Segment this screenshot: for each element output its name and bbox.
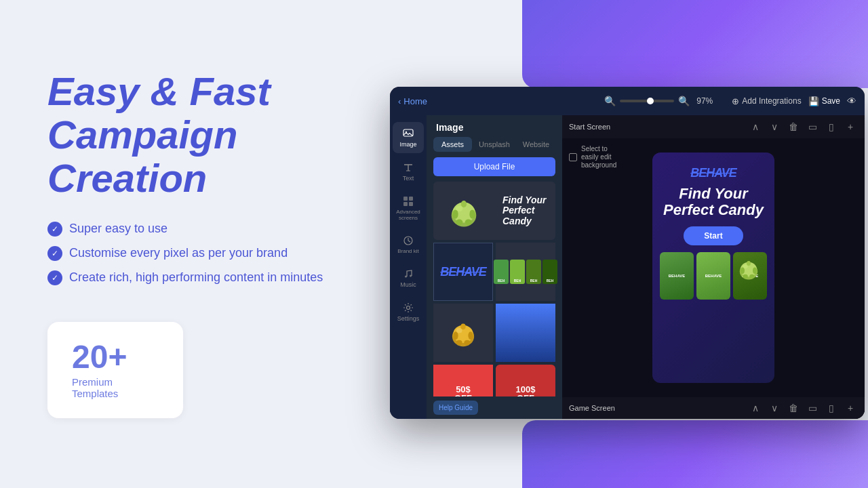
select-bg-checkbox[interactable] xyxy=(569,153,577,161)
asset-item-packages[interactable]: BEH BEH BEH BEH xyxy=(496,243,555,301)
eye-icon: 👁 xyxy=(847,96,856,106)
save-button[interactable]: 💾 Save xyxy=(808,96,840,106)
gummy-decoration xyxy=(736,254,761,285)
zoom-slider[interactable] xyxy=(620,100,674,102)
product-img-2: BEHAVE xyxy=(696,252,730,300)
left-panel: Easy & Fast Campaign Creation ✓ Super ea… xyxy=(47,0,400,488)
music-label: Music xyxy=(400,281,416,288)
templates-number: 20+ xyxy=(72,341,159,373)
svg-rect-4 xyxy=(403,202,408,206)
add-integrations-button[interactable]: ⊕ Add Integrations xyxy=(732,96,801,106)
game-screen-toolbar: Game Screen ∧ ∨ 🗑 ▭ ▯ + xyxy=(562,397,865,419)
zoom-thumb xyxy=(647,98,654,104)
svg-point-15 xyxy=(469,209,475,218)
game-desktop-icon[interactable]: ▭ xyxy=(805,401,820,415)
game-trash-icon[interactable]: 🗑 xyxy=(786,401,801,415)
zoom-value: 97% xyxy=(696,96,713,106)
svg-point-7 xyxy=(405,276,407,278)
advanced-label: Advanced screens xyxy=(396,209,420,221)
sidebar-icons: Image Text Advanced screens Brand kit xyxy=(390,115,427,419)
phone-start-button[interactable]: Start xyxy=(684,226,743,245)
hero-title: Easy & Fast Campaign Creation xyxy=(47,70,400,199)
check-icon-2: ✓ xyxy=(47,246,62,261)
check-icon-3: ✓ xyxy=(47,270,62,285)
trash-icon[interactable]: 🗑 xyxy=(786,119,801,134)
bg-bottom-right-decoration xyxy=(522,420,868,488)
help-guide-button[interactable]: Help Guide xyxy=(433,401,478,415)
svg-point-30 xyxy=(741,268,745,274)
settings-icon xyxy=(402,302,414,314)
text-icon xyxy=(402,161,414,174)
asset-item-promo-50[interactable]: 50$OFF xyxy=(433,365,493,396)
bg-top-right-decoration xyxy=(522,0,868,88)
phone-tagline: Find Your Perfect Candy xyxy=(652,186,774,218)
desktop-icon[interactable]: ▭ xyxy=(805,119,820,134)
asset-item-candy-text[interactable]: Find YourPerfect Candy xyxy=(433,182,555,240)
feature-item-1: ✓ Super easy to use xyxy=(47,222,400,237)
game-add-icon[interactable]: + xyxy=(843,401,858,415)
add-screen-icon[interactable]: + xyxy=(843,119,858,134)
game-chevron-up-icon[interactable]: ∧ xyxy=(748,401,763,415)
back-button[interactable]: ‹ Home xyxy=(398,96,427,106)
tab-assets[interactable]: Assets xyxy=(433,137,472,152)
zoom-in-icon[interactable]: 🔍 xyxy=(678,96,690,106)
back-label: Home xyxy=(403,96,427,106)
settings-label: Settings xyxy=(397,315,420,322)
sidebar-item-text[interactable]: Text xyxy=(393,156,424,187)
candy-text-overlay: Find YourPerfect Candy xyxy=(498,192,551,229)
tab-website[interactable]: Website xyxy=(517,137,555,152)
sidebar-item-music[interactable]: Music xyxy=(393,262,424,293)
sidebar-item-brandkit[interactable]: Brand kit xyxy=(393,229,424,260)
save-label: Save xyxy=(822,96,840,106)
save-icon: 💾 xyxy=(808,96,819,106)
asset-item-behave-logo[interactable]: BEHAVE xyxy=(433,243,493,301)
check-icon-1: ✓ xyxy=(47,222,62,237)
sidebar-item-image[interactable]: Image xyxy=(393,122,424,153)
chevron-down-icon[interactable]: ∨ xyxy=(767,119,782,134)
svg-point-21 xyxy=(460,323,465,329)
music-icon xyxy=(402,268,414,280)
mobile-icon[interactable]: ▯ xyxy=(824,119,839,134)
preview-toolbar-actions: ∧ ∨ 🗑 ▭ ▯ + xyxy=(748,119,858,134)
help-guide-area: Help Guide xyxy=(427,396,562,419)
features-list: ✓ Super easy to use ✓ Customise every pi… xyxy=(47,222,400,295)
assets-panel: Image Assets Unsplash Website Upload Fil… xyxy=(427,115,562,419)
select-bg-label: Select toeasily editbackground xyxy=(581,145,616,169)
templates-badge: 20+ Premium Templates xyxy=(47,322,183,418)
gold-gummy-svg xyxy=(448,315,478,350)
asset-item-gold-gummy[interactable] xyxy=(433,304,493,362)
app-body: Image Text Advanced screens Brand kit xyxy=(390,115,865,419)
preview-canvas: Select toeasily editbackground BEHAVE Fi… xyxy=(562,138,865,397)
candy-text-right: Find YourPerfect Candy xyxy=(494,182,555,240)
game-chevron-down-icon[interactable]: ∨ xyxy=(767,401,782,415)
phone-brand-logo: BEHAVE xyxy=(690,166,736,180)
game-mobile-icon[interactable]: ▯ xyxy=(824,401,839,415)
svg-point-23 xyxy=(468,331,473,340)
feature-text-1: Super easy to use xyxy=(69,222,167,236)
svg-point-29 xyxy=(747,261,751,266)
svg-point-13 xyxy=(461,201,467,207)
upload-file-button[interactable]: Upload File xyxy=(433,157,555,176)
select-bg-control[interactable]: Select toeasily editbackground xyxy=(569,145,616,169)
svg-rect-5 xyxy=(409,202,413,206)
svg-rect-2 xyxy=(403,197,408,201)
eye-button[interactable]: 👁 xyxy=(847,96,856,106)
phone-preview: BEHAVE Find Your Perfect Candy Start BEH… xyxy=(652,152,774,383)
app-mockup: ‹ Home 🔍 🔍 97% ⊕ Add Integrations 💾 Save… xyxy=(390,87,865,419)
svg-point-22 xyxy=(453,331,458,340)
svg-point-32 xyxy=(743,274,748,279)
tab-unsplash[interactable]: Unsplash xyxy=(475,137,514,152)
toolbar-actions: ⊕ Add Integrations 💾 Save 👁 xyxy=(732,96,856,106)
zoom-out-icon[interactable]: 🔍 xyxy=(604,96,616,106)
svg-point-17 xyxy=(465,219,472,224)
svg-rect-3 xyxy=(409,197,413,201)
asset-item-blue-gradient[interactable] xyxy=(496,304,555,362)
svg-point-31 xyxy=(753,268,757,274)
sidebar-item-advanced[interactable]: Advanced screens xyxy=(393,190,424,226)
chevron-up-icon[interactable]: ∧ xyxy=(748,119,763,134)
image-label: Image xyxy=(399,141,416,148)
svg-point-8 xyxy=(410,275,412,277)
sidebar-item-settings[interactable]: Settings xyxy=(393,296,424,327)
asset-item-promo-100[interactable]: 100$OFF xyxy=(496,365,555,396)
text-label: Text xyxy=(403,175,414,182)
